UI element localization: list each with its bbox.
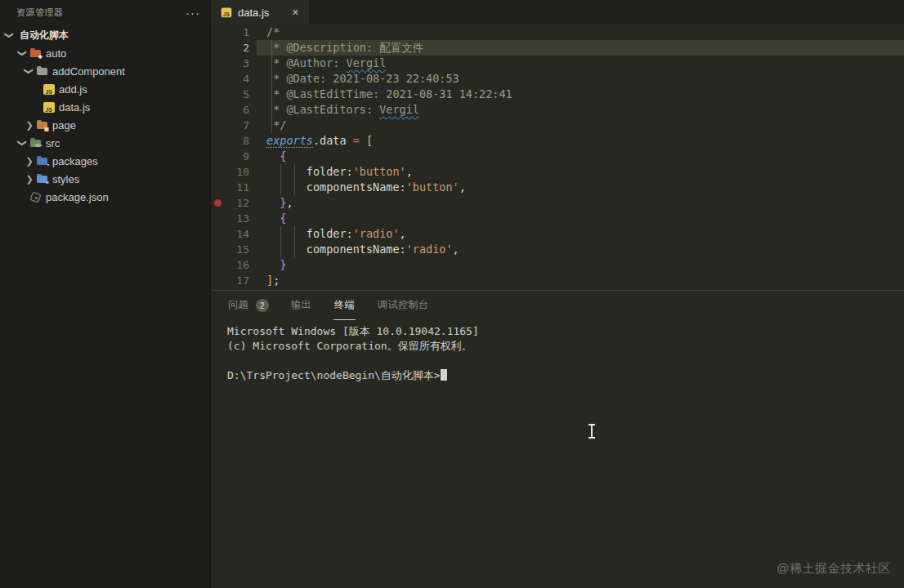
js-file-icon: JS [43, 100, 56, 114]
folder-packages-icon: ▪ [36, 154, 49, 167]
tree-item-src[interactable]: ❯</>src [0, 134, 210, 152]
code-line-17[interactable]: 17]; [212, 273, 904, 288]
code-text: { [257, 211, 904, 226]
breakpoint-gutter[interactable] [212, 211, 223, 226]
code-line-9[interactable]: 9 { [212, 149, 904, 164]
line-number: 4 [223, 71, 249, 87]
code-line-3[interactable]: 3 * @Author: Vergil [212, 56, 904, 71]
folder-page-icon: ▣ [36, 118, 49, 131]
tree-item-label: package.json [46, 191, 109, 203]
tree-item-label: src [46, 137, 60, 149]
indent-guide [271, 40, 272, 133]
code-line-14[interactable]: 14 folder:'radio', [212, 226, 904, 242]
breakpoint-gutter[interactable] [212, 56, 223, 71]
line-number: 8 [223, 133, 249, 149]
tree-item-label: page [52, 119, 76, 131]
tree-item-data.js[interactable]: JSdata.js [0, 98, 210, 116]
tree-item-addComponent[interactable]: ❯addComponent [0, 62, 210, 80]
breakpoint-gutter[interactable] [212, 195, 223, 211]
tree-item-packages[interactable]: ❯▪packages [0, 152, 210, 170]
code-text: * @Date: 2021-08-23 22:40:53 [257, 71, 904, 87]
terminal-line: D:\TrsProject\nodeBegin\自动化脚本> [227, 368, 904, 383]
code-text: folder:'radio', [257, 226, 904, 242]
code-text: /* [257, 24, 904, 40]
breakpoint-gutter[interactable] [212, 149, 223, 164]
code-line-5[interactable]: 5 * @LastEditTime: 2021-08-31 14:22:41 [212, 87, 904, 102]
breakpoint-gutter[interactable] [212, 40, 223, 56]
line-number: 1 [223, 24, 249, 40]
code-line-16[interactable]: 16 } [212, 257, 904, 273]
code-text: componentsName:'button', [257, 180, 904, 195]
breakpoint-gutter[interactable] [212, 180, 223, 195]
chevron-down-icon[interactable]: ❯ [1, 29, 19, 42]
tab-data-js[interactable]: JS data.js ✕ [212, 0, 309, 24]
breakpoint-gutter[interactable] [212, 118, 223, 133]
code-line-11[interactable]: 11 componentsName:'button', [212, 180, 904, 195]
breakpoint-gutter[interactable] [212, 242, 223, 257]
tree-item-auto[interactable]: ❯✸auto [0, 44, 210, 62]
code-line-7[interactable]: 7 */ [212, 118, 904, 133]
code-text: } [257, 257, 904, 273]
breakpoint-gutter[interactable] [212, 164, 223, 180]
editor-tabbar: JS data.js ✕ [212, 0, 904, 24]
breakpoint-gutter[interactable] [212, 102, 223, 118]
breakpoint-gutter[interactable] [212, 24, 223, 40]
code-line-15[interactable]: 15 componentsName:'radio', [212, 242, 904, 257]
code-text: * @Author: Vergil [257, 56, 904, 71]
terminal[interactable]: Microsoft Windows [版本 10.0.19042.1165](c… [212, 320, 904, 383]
panel-tab-label: 问题 [227, 291, 249, 320]
code-text: */ [257, 118, 904, 133]
breakpoint-gutter[interactable] [212, 273, 223, 288]
breakpoint-gutter[interactable] [212, 71, 223, 87]
tree-item-package.json[interactable]: package.json [0, 188, 210, 206]
line-number: 5 [223, 87, 249, 102]
explorer-header: 资源管理器 ··· [0, 0, 210, 24]
problems-count-badge: 2 [256, 299, 269, 312]
code-line-12[interactable]: 12 }, [212, 195, 904, 211]
code-line-8[interactable]: 8exports.data = [ [212, 133, 904, 149]
more-actions-icon[interactable]: ··· [186, 6, 200, 20]
code-text: ]; [257, 273, 904, 288]
terminal-cursor [441, 369, 447, 381]
close-icon[interactable]: ✕ [289, 6, 302, 20]
code-line-2[interactable]: 2 * @Description: 配置文件 [212, 40, 904, 56]
panel-tab-label: 输出 [290, 291, 312, 320]
panel-tab-终端[interactable]: 终端 [333, 291, 356, 320]
code-text: exports.data = [ [257, 133, 904, 149]
code-line-1[interactable]: 1/* [212, 24, 904, 40]
tree-item-styles[interactable]: ❯≡styles [0, 170, 210, 188]
file-tree: ❯自动化脚本❯✸auto❯addComponentJSadd.jsJSdata.… [0, 24, 210, 206]
code-text: { [257, 149, 904, 164]
tree-item-label: auto [46, 47, 66, 60]
code-editor[interactable]: 1/*2 * @Description: 配置文件3 * @Author: Ve… [212, 24, 904, 290]
tree-item-label: add.js [59, 83, 87, 96]
terminal-line [227, 354, 904, 368]
panel-tab-调试控制台[interactable]: 调试控制台 [377, 291, 430, 320]
code-line-13[interactable]: 13 { [212, 211, 904, 226]
breakpoint-icon[interactable] [214, 199, 222, 207]
watermark: @稀土掘金技术社区 [776, 561, 891, 577]
code-line-6[interactable]: 6 * @LastEditors: Vergil [212, 102, 904, 118]
tree-item-label: 自动化脚本 [20, 29, 69, 42]
tree-item-page[interactable]: ❯▣page [0, 116, 210, 134]
panel-tab-label: 调试控制台 [377, 291, 430, 320]
tree-item-x[interactable]: ❯自动化脚本 [0, 26, 210, 44]
tree-item-add.js[interactable]: JSadd.js [0, 80, 210, 98]
breakpoint-gutter[interactable] [212, 226, 223, 242]
text-cursor-icon [588, 424, 596, 439]
breakpoint-gutter[interactable] [212, 133, 223, 149]
indent-guide [280, 164, 281, 195]
panel-tab-输出[interactable]: 输出 [290, 291, 312, 320]
code-line-10[interactable]: 10 folder:'button', [212, 164, 904, 180]
code-line-4[interactable]: 4 * @Date: 2021-08-23 22:40:53 [212, 71, 904, 87]
chevron-right-icon[interactable]: ❯ [23, 116, 36, 134]
line-number: 15 [223, 242, 249, 257]
chevron-right-icon[interactable]: ❯ [23, 170, 36, 188]
breakpoint-gutter[interactable] [212, 257, 223, 273]
breakpoint-gutter[interactable] [212, 87, 223, 102]
folder-auto-icon: ✸ [29, 47, 43, 60]
folder-styles-icon: ≡ [36, 172, 49, 185]
line-number: 11 [223, 180, 249, 195]
panel-tab-问题[interactable]: 问题2 [227, 291, 269, 320]
chevron-right-icon[interactable]: ❯ [23, 152, 36, 170]
